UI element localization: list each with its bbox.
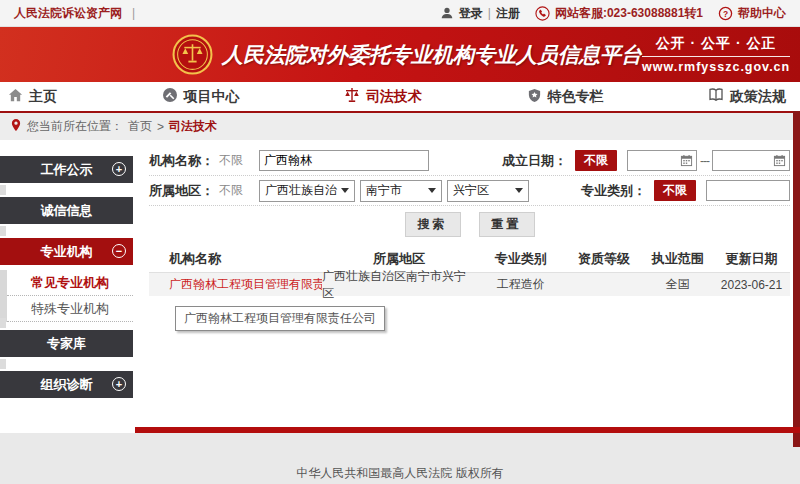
login-register-divider: | — [488, 6, 491, 20]
sidebar-item-work-publicity[interactable]: 工作公示 + — [0, 156, 133, 183]
footer: 中华人民共和国最高人民法院 版权所有 — [0, 433, 800, 484]
col-header-updated: 更新日期 — [713, 250, 790, 268]
chevron-down-icon — [515, 188, 523, 193]
site-link[interactable]: 人民法院诉讼资产网 — [14, 5, 122, 22]
date-from-input[interactable] — [627, 150, 697, 171]
cell-category: 工程造价 — [476, 276, 566, 293]
book-icon — [708, 87, 724, 106]
sidebar-item-org-diagnosis[interactable]: 组织诊断 + — [0, 371, 133, 398]
breadcrumb: 您当前所在位置： 首页 > 司法技术 — [0, 111, 800, 140]
sidebar-item-label: 专业机构 — [41, 244, 93, 259]
home-icon — [8, 88, 23, 106]
region-label: 所属地区： — [149, 182, 217, 200]
cell-scope: 全国 — [643, 276, 714, 293]
scales-icon — [344, 87, 360, 106]
district-select[interactable]: 兴宁区 — [447, 180, 529, 202]
search-button[interactable]: 搜索 — [405, 212, 461, 237]
sidebar-subitem-special-orgs[interactable]: 特殊专业机构 — [7, 296, 133, 322]
org-name-unlimited[interactable]: 不限 — [219, 152, 243, 169]
org-name-input[interactable] — [259, 150, 429, 171]
content-panel: 机构名称： 不限 成立日期： 不限 --- 所属地区： — [135, 140, 800, 433]
cell-updated: 2023-06-21 — [713, 278, 790, 292]
svg-text:?: ? — [723, 8, 728, 18]
chevron-down-icon — [341, 188, 349, 193]
sidebar-subitem-common-orgs[interactable]: 常见专业机构 — [7, 270, 133, 296]
date-to-input[interactable] — [712, 150, 790, 171]
breadcrumb-separator: > — [157, 120, 164, 134]
district-select-value: 兴宁区 — [453, 182, 489, 199]
sidebar-item-integrity-info[interactable]: 诚信信息 — [0, 197, 133, 224]
province-select[interactable]: 广西壮族自治 — [259, 180, 355, 202]
topbar-divider: | — [132, 6, 135, 20]
nav-label: 司法技术 — [366, 88, 422, 106]
nav-item-featured[interactable]: 特色专栏 — [527, 88, 604, 106]
calendar-icon — [680, 154, 693, 167]
filter-row-region-category: 所属地区： 不限 广西壮族自治 南宁市 兴宁区 专业类别： 不限 — [149, 176, 790, 206]
service-phone: 网站客服:023-63088881转1 — [555, 5, 703, 22]
nav-item-home[interactable]: 主页 — [8, 88, 57, 106]
sidebar-item-professional-orgs[interactable]: 专业机构 − — [0, 238, 133, 265]
region-unlimited[interactable]: 不限 — [219, 182, 243, 199]
help-icon: ? — [718, 6, 733, 21]
founded-date-unlimited-button[interactable]: 不限 — [575, 150, 617, 171]
expand-icon[interactable]: + — [112, 162, 126, 176]
province-select-value: 广西壮族自治 — [265, 182, 337, 199]
col-header-org-name: 机构名称 — [149, 250, 322, 268]
court-emblem-logo — [172, 34, 213, 78]
sidebar-item-label: 组织诊断 — [41, 377, 93, 392]
category-input[interactable] — [706, 180, 790, 201]
col-header-grade: 资质等级 — [566, 250, 643, 268]
slogan: 公开 · 公平 · 公正 — [642, 35, 790, 57]
breadcrumb-prefix: 您当前所在位置： — [27, 118, 123, 135]
calendar-icon — [773, 154, 786, 167]
shield-icon — [527, 88, 542, 106]
page: 人民法院诉讼资产网 | 登录 | 注册 网站客服:023-63088881转1 … — [0, 0, 800, 484]
city-select[interactable]: 南宁市 — [360, 180, 442, 202]
help-link[interactable]: 帮助中心 — [738, 5, 786, 22]
nav-item-judicial-tech[interactable]: 司法技术 — [344, 87, 422, 106]
nav-label: 政策法规 — [730, 88, 786, 106]
user-icon — [440, 6, 454, 20]
sidebar-item-label: 专家库 — [47, 336, 86, 351]
col-header-category: 专业类别 — [476, 250, 566, 268]
category-unlimited-button[interactable]: 不限 — [654, 180, 696, 201]
banner-slogan-block: 公开 · 公平 · 公正 www.rmfysszc.gov.cn — [642, 35, 790, 74]
sidebar-item-label: 诚信信息 — [41, 203, 93, 218]
scrollbar[interactable] — [793, 111, 800, 447]
copyright-text: 中华人民共和国最高人民法院 版权所有 — [296, 466, 503, 480]
founded-date-label: 成立日期： — [502, 152, 567, 170]
reset-button[interactable]: 重置 — [479, 212, 535, 237]
nav-label: 项目中心 — [184, 88, 240, 106]
topbar-right: 登录 | 注册 网站客服:023-63088881转1 ? 帮助中心 — [430, 5, 786, 22]
site-url: www.rmfysszc.gov.cn — [642, 57, 790, 74]
founded-date-group: 成立日期： 不限 --- — [502, 150, 790, 171]
nav-item-policies[interactable]: 政策法规 — [708, 87, 786, 106]
org-name-tooltip: 广西翰林工程项目管理有限责任公司 — [175, 306, 385, 331]
col-header-region: 所属地区 — [322, 250, 476, 268]
org-name-link[interactable]: 广西翰林工程项目管理有限责任... — [169, 277, 322, 291]
breadcrumb-home-link[interactable]: 首页 — [128, 118, 152, 135]
city-select-value: 南宁市 — [366, 182, 402, 199]
chevron-down-icon — [428, 188, 436, 193]
gavel-icon — [162, 87, 178, 106]
date-range-separator: --- — [700, 154, 709, 168]
site-title: 人民法院对外委托专业机构专业人员信息平台 — [222, 41, 642, 69]
collapse-icon[interactable]: − — [112, 244, 126, 258]
filter-row-name-date: 机构名称： 不限 成立日期： 不限 --- — [149, 146, 790, 176]
nav-label: 主页 — [29, 88, 57, 106]
org-name-label: 机构名称： — [149, 152, 217, 170]
phone-icon — [535, 6, 550, 21]
topbar-left: 人民法院诉讼资产网 | — [14, 5, 135, 22]
breadcrumb-current: 司法技术 — [169, 118, 217, 135]
nav-item-projects[interactable]: 项目中心 — [162, 87, 240, 106]
login-link[interactable]: 登录 — [459, 5, 483, 22]
site-banner: 人民法院对外委托专业机构专业人员信息平台 公开 · 公平 · 公正 www.rm… — [0, 27, 800, 82]
top-utility-bar: 人民法院诉讼资产网 | 登录 | 注册 网站客服:023-63088881转1 … — [0, 0, 800, 27]
expand-icon[interactable]: + — [112, 377, 126, 391]
category-label: 专业类别： — [581, 182, 646, 200]
col-header-scope: 执业范围 — [643, 250, 714, 268]
register-link[interactable]: 注册 — [496, 5, 520, 22]
sidebar-item-expert-library[interactable]: 专家库 — [0, 330, 133, 357]
sidebar-item-label: 工作公示 — [41, 162, 93, 177]
nav-label: 特色专栏 — [548, 88, 604, 106]
